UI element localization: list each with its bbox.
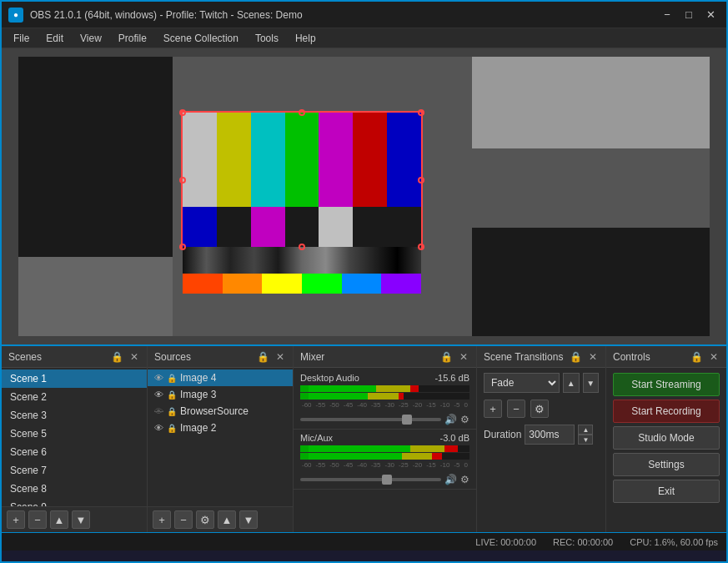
- controls-panel: Controls 🔒 ✕ Start Streaming Start Recor…: [606, 346, 726, 532]
- selection-handle-bl[interactable]: [179, 244, 186, 250]
- selection-handle-mr[interactable]: [418, 177, 424, 183]
- scenes-add-button[interactable]: +: [7, 510, 25, 529]
- transitions-content: Fade Cut Swipe Slide Stinger Luma Wipe ▲…: [477, 368, 605, 532]
- eye-icon-image2[interactable]: 👁: [154, 423, 163, 433]
- scenes-down-button[interactable]: ▼: [72, 510, 90, 529]
- transition-select-row: Fade Cut Swipe Slide Stinger Luma Wipe ▲…: [477, 369, 605, 396]
- exit-button[interactable]: Exit: [613, 480, 720, 503]
- mic-aux-mute-button[interactable]: 🔊: [444, 474, 457, 485]
- selection-handle-ml[interactable]: [179, 177, 186, 183]
- mixer-lock-button[interactable]: 🔒: [439, 351, 454, 363]
- sources-up-button[interactable]: ▲: [218, 510, 236, 529]
- menu-help[interactable]: Help: [287, 28, 324, 48]
- mic-aux-settings-button[interactable]: ⚙: [460, 474, 469, 485]
- scenes-close-button[interactable]: ✕: [128, 351, 140, 363]
- sources-settings-button[interactable]: ⚙: [196, 510, 214, 529]
- preview-area: [2, 48, 726, 344]
- desktop-audio-mute-button[interactable]: 🔊: [444, 414, 457, 425]
- scene-item-7[interactable]: Scene 7: [2, 461, 147, 480]
- controls-lock-button[interactable]: 🔒: [689, 351, 705, 363]
- scenes-remove-button[interactable]: −: [28, 510, 47, 529]
- transition-next-button[interactable]: ▼: [583, 373, 600, 393]
- transitions-panel: Scene Transitions 🔒 ✕ Fade Cut Swipe Sli…: [477, 346, 606, 532]
- desktop-audio-fader-row: 🔊 ⚙: [300, 414, 469, 425]
- transitions-lock-button[interactable]: 🔒: [568, 351, 584, 363]
- transition-prev-button[interactable]: ▲: [563, 373, 580, 393]
- scene-item-8[interactable]: Scene 8: [2, 480, 147, 498]
- start-streaming-button[interactable]: Start Streaming: [613, 373, 720, 396]
- mixer-close-button[interactable]: ✕: [458, 351, 469, 363]
- maximize-button[interactable]: □: [680, 6, 698, 24]
- desktop-audio-fader[interactable]: [300, 418, 441, 421]
- lock-icon-image2: 🔒: [167, 424, 177, 433]
- mic-aux-fader-row: 🔊 ⚙: [300, 474, 469, 485]
- minimize-button[interactable]: −: [658, 6, 676, 24]
- scene-item-2[interactable]: Scene 2: [2, 388, 147, 406]
- menu-scene-collection[interactable]: Scene Collection: [155, 28, 247, 48]
- sources-panel: Sources 🔒 ✕ 👁 🔒 Image 4 👁 🔒 Image 3 👁 🔒 …: [148, 346, 294, 532]
- scenes-footer: + − ▲ ▼: [2, 506, 147, 532]
- source-item-image3[interactable]: 👁 🔒 Image 3: [148, 386, 293, 403]
- selection-handle-tl[interactable]: [179, 109, 186, 116]
- transitions-close-button[interactable]: ✕: [587, 351, 599, 363]
- duration-up-button[interactable]: ▲: [578, 425, 593, 435]
- eye-icon-image3[interactable]: 👁: [154, 390, 163, 400]
- transition-add-button[interactable]: +: [484, 400, 502, 418]
- studio-mode-button[interactable]: Studio Mode: [613, 426, 720, 450]
- source-item-image2[interactable]: 👁 🔒 Image 2: [148, 420, 293, 436]
- preview-tl-black: [18, 57, 173, 111]
- cpu-status: CPU: 1.6%, 60.00 fps: [630, 537, 718, 547]
- scene-item-1[interactable]: Scene 1: [2, 369, 147, 388]
- selection-handle-tr[interactable]: [418, 109, 424, 116]
- source-item-image4[interactable]: 👁 🔒 Image 4: [148, 369, 293, 386]
- menu-view[interactable]: View: [72, 28, 110, 48]
- transition-remove-button[interactable]: −: [507, 400, 525, 418]
- menu-profile[interactable]: Profile: [110, 28, 155, 48]
- eye-icon-browser[interactable]: 👁: [154, 406, 163, 416]
- sources-panel-title: Sources: [154, 351, 191, 363]
- transition-add-row: + − ⚙: [477, 396, 605, 421]
- sources-remove-button[interactable]: −: [174, 510, 193, 529]
- scene-item-6[interactable]: Scene 6: [2, 443, 147, 461]
- desktop-audio-meter-labels: -60-55-50-45-40-35-30-25-20-15-10-50: [300, 401, 469, 409]
- controls-close-button[interactable]: ✕: [708, 351, 720, 363]
- transitions-panel-title: Scene Transitions: [484, 351, 563, 363]
- selection-handle-br[interactable]: [418, 244, 424, 250]
- desktop-audio-settings-button[interactable]: ⚙: [460, 414, 469, 425]
- sources-down-button[interactable]: ▼: [239, 510, 258, 529]
- sources-close-button[interactable]: ✕: [274, 351, 286, 363]
- close-button[interactable]: ✕: [701, 6, 720, 24]
- scene-item-9[interactable]: Scene 9: [2, 498, 147, 506]
- lock-icon-browser: 🔒: [167, 407, 177, 416]
- source-label-browser: BrowserSource: [180, 405, 249, 417]
- selection-handle-bm[interactable]: [299, 244, 305, 250]
- duration-input[interactable]: [525, 425, 575, 445]
- scenes-panel-header: Scenes 🔒 ✕: [2, 346, 147, 368]
- eye-icon-image4[interactable]: 👁: [154, 373, 163, 383]
- scenes-up-button[interactable]: ▲: [50, 510, 68, 529]
- menu-file[interactable]: File: [5, 28, 38, 48]
- sources-add-button[interactable]: +: [153, 510, 171, 529]
- source-label-image3: Image 3: [180, 389, 216, 400]
- desktop-audio-fader-thumb[interactable]: [402, 415, 412, 425]
- mic-aux-fader-thumb[interactable]: [382, 475, 392, 485]
- scene-item-3[interactable]: Scene 3: [2, 406, 147, 425]
- transition-settings-button[interactable]: ⚙: [530, 400, 549, 418]
- mixer-panel: Mixer 🔒 ✕ Desktop Audio -15.6 dB: [294, 346, 477, 532]
- mic-aux-meter-labels: -60-55-50-45-40-35-30-25-20-15-10-50: [300, 461, 469, 469]
- mic-aux-channel: Mic/Aux -3.0 dB: [294, 430, 476, 490]
- menu-tools[interactable]: Tools: [247, 28, 287, 48]
- source-item-browser[interactable]: 👁 🔒 BrowserSource: [148, 403, 293, 420]
- window-title: OBS 21.0.1 (64bit, windows) - Profile: T…: [30, 9, 658, 21]
- selection-handle-tm[interactable]: [299, 109, 305, 116]
- start-recording-button[interactable]: Start Recording: [613, 400, 720, 423]
- settings-button[interactable]: Settings: [613, 453, 720, 476]
- preview-canvas: [18, 57, 710, 336]
- scene-item-5[interactable]: Scene 5: [2, 425, 147, 443]
- duration-down-button[interactable]: ▼: [578, 435, 593, 445]
- scenes-lock-button[interactable]: 🔒: [109, 351, 125, 363]
- sources-lock-button[interactable]: 🔒: [255, 351, 271, 363]
- transition-select[interactable]: Fade Cut Swipe Slide Stinger Luma Wipe: [484, 373, 560, 393]
- menu-edit[interactable]: Edit: [38, 28, 72, 48]
- mic-aux-fader[interactable]: [300, 478, 441, 481]
